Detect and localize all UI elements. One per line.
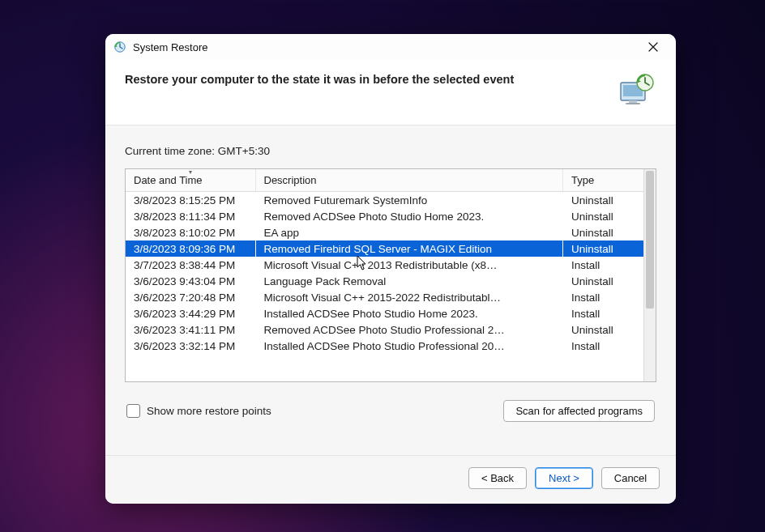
wizard-header: Restore your computer to the state it wa…: [105, 60, 676, 126]
cell-type: Install: [563, 289, 644, 305]
below-table-row: Show more restore points Scan for affect…: [125, 400, 656, 422]
table-row[interactable]: 3/6/2023 3:41:11 PMRemoved ACDSee Photo …: [126, 321, 644, 338]
restore-points-table: ▾ Date and Time Description Type 3/8/202…: [125, 168, 656, 382]
cell-type: Install: [563, 338, 644, 354]
table-row[interactable]: 3/6/2023 7:20:48 PMMicrosoft Visual C++ …: [126, 289, 644, 305]
sort-desc-icon: ▾: [189, 169, 192, 176]
scrollbar-thumb[interactable]: [646, 171, 654, 309]
restore-icon: [113, 40, 126, 53]
next-button[interactable]: Next >: [535, 467, 593, 489]
cell-desc: Removed ACDSee Photo Studio Professional…: [255, 321, 563, 338]
cell-date: 3/8/2023 8:10:02 PM: [126, 224, 255, 240]
cancel-button[interactable]: Cancel: [601, 467, 660, 489]
table-row[interactable]: 3/8/2023 8:11:34 PMRemoved ACDSee Photo …: [126, 208, 644, 224]
scan-affected-button[interactable]: Scan for affected programs: [503, 400, 655, 422]
table-row[interactable]: 3/7/2023 8:38:44 PMMicrosoft Visual C++ …: [126, 257, 644, 273]
cell-type: Install: [563, 257, 644, 273]
table-header-row: ▾ Date and Time Description Type: [126, 169, 644, 192]
cell-type: Uninstall: [563, 273, 644, 289]
cell-desc: Removed ACDSee Photo Studio Home 2023.: [255, 208, 563, 224]
cell-desc: Installed ACDSee Photo Studio Profession…: [255, 338, 563, 354]
cell-desc: Removed Firebird SQL Server - MAGIX Edit…: [255, 240, 563, 257]
table-row[interactable]: 3/6/2023 3:44:29 PMInstalled ACDSee Phot…: [126, 305, 644, 321]
table-row[interactable]: 3/8/2023 8:15:25 PMRemoved Futuremark Sy…: [126, 192, 644, 209]
table-row[interactable]: 3/6/2023 3:32:14 PMInstalled ACDSee Phot…: [126, 338, 644, 354]
restore-monitor-icon: [618, 71, 656, 110]
checkbox-box[interactable]: [126, 404, 140, 418]
cell-date: 3/7/2023 8:38:44 PM: [126, 257, 255, 273]
close-button[interactable]: [637, 36, 669, 58]
cell-date: 3/8/2023 8:15:25 PM: [126, 192, 255, 209]
cell-desc: EA app: [255, 224, 563, 240]
window-title: System Restore: [133, 41, 637, 53]
cell-type: Uninstall: [563, 224, 644, 240]
cell-type: Install: [563, 305, 644, 321]
titlebar[interactable]: System Restore: [105, 34, 676, 60]
show-more-label: Show more restore points: [147, 405, 271, 417]
show-more-checkbox[interactable]: Show more restore points: [126, 404, 271, 418]
timezone-label: Current time zone: GMT+5:30: [125, 145, 656, 157]
cell-desc: Microsoft Visual C++ 2015-2022 Redistrib…: [255, 289, 563, 305]
wizard-footer: < Back Next > Cancel: [105, 455, 676, 504]
cell-date: 3/8/2023 8:09:36 PM: [126, 240, 255, 257]
close-icon: [648, 42, 658, 52]
cell-type: Uninstall: [563, 192, 644, 209]
col-description[interactable]: Description: [255, 169, 563, 192]
cell-type: Uninstall: [563, 240, 644, 257]
header-text: Restore your computer to the state it wa…: [125, 71, 609, 86]
cell-type: Uninstall: [563, 208, 644, 224]
cell-date: 3/6/2023 7:20:48 PM: [126, 289, 255, 305]
cell-date: 3/8/2023 8:11:34 PM: [126, 208, 255, 224]
svg-rect-3: [629, 100, 637, 103]
cell-date: 3/6/2023 9:43:04 PM: [126, 273, 255, 289]
cell-date: 3/6/2023 3:44:29 PM: [126, 305, 255, 321]
cell-desc: Language Pack Removal: [255, 273, 563, 289]
cell-desc: Installed ACDSee Photo Studio Home 2023.: [255, 305, 563, 321]
col-date-time[interactable]: ▾ Date and Time: [126, 169, 255, 192]
table-row[interactable]: 3/8/2023 8:09:36 PMRemoved Firebird SQL …: [126, 240, 644, 257]
wizard-body: Current time zone: GMT+5:30 ▾ Date and T…: [105, 126, 676, 455]
cell-type: Uninstall: [563, 321, 644, 338]
cell-date: 3/6/2023 3:32:14 PM: [126, 338, 255, 354]
scrollbar-vertical[interactable]: [643, 169, 656, 381]
table-row[interactable]: 3/6/2023 9:43:04 PMLanguage Pack Removal…: [126, 273, 644, 289]
table-row[interactable]: 3/8/2023 8:10:02 PMEA appUninstall: [126, 224, 644, 240]
svg-rect-4: [626, 103, 640, 104]
cell-desc: Removed Futuremark SystemInfo: [255, 192, 563, 209]
back-button[interactable]: < Back: [468, 467, 527, 489]
col-type[interactable]: Type: [563, 169, 644, 192]
system-restore-window: System Restore Restore your computer to …: [105, 34, 676, 504]
cell-desc: Microsoft Visual C++ 2013 Redistributabl…: [255, 257, 563, 273]
cell-date: 3/6/2023 3:41:11 PM: [126, 321, 255, 338]
